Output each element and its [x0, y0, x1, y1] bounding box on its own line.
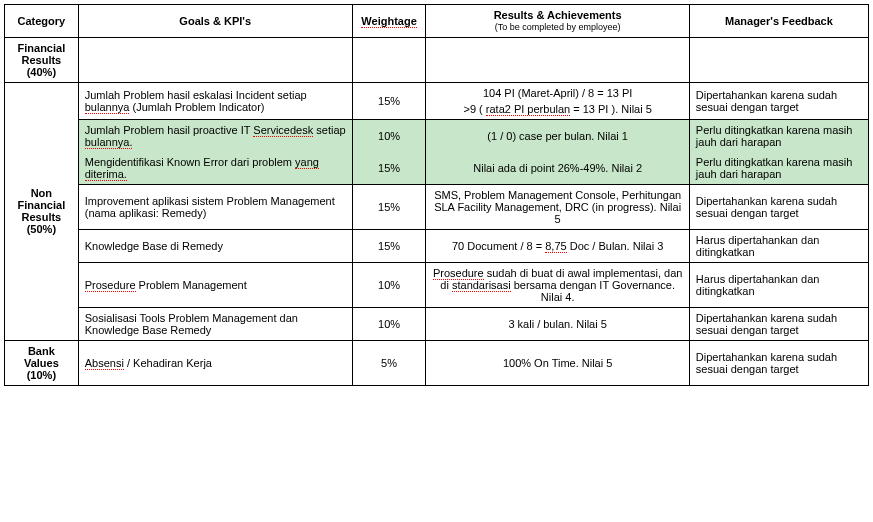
- table-row: Jumlah Problem hasil proactive IT Servic…: [5, 119, 869, 152]
- header-category: Category: [5, 5, 79, 38]
- table-row: Knowledge Base di Remedy 15% 70 Document…: [5, 229, 869, 262]
- header-weightage: Weightage: [352, 5, 426, 38]
- table-row: Improvement aplikasi sistem Problem Mana…: [5, 184, 869, 229]
- category-bank-values: Bank Values (10%): [5, 340, 79, 385]
- table-row: Bank Values (10%) Absensi / Kehadiran Ke…: [5, 340, 869, 385]
- table-row: Non Financial Results (50%) Jumlah Probl…: [5, 82, 869, 119]
- header-goals: Goals & KPI's: [78, 5, 352, 38]
- category-financial: Financial Results (40%): [5, 37, 79, 82]
- table-row: Financial Results (40%): [5, 37, 869, 82]
- header-feedback: Manager's Feedback: [689, 5, 868, 38]
- header-results: Results & Achievements (To be completed …: [426, 5, 689, 38]
- table-row: Sosialisasi Tools Problem Management dan…: [5, 307, 869, 340]
- table-row: Prosedure Problem Management 10% Prosedu…: [5, 262, 869, 307]
- category-non-financial: Non Financial Results (50%): [5, 82, 79, 340]
- table-row: Mengidentifikasi Known Error dari proble…: [5, 152, 869, 185]
- kpi-table: Category Goals & KPI's Weightage Results…: [4, 4, 869, 386]
- header-row: Category Goals & KPI's Weightage Results…: [5, 5, 869, 38]
